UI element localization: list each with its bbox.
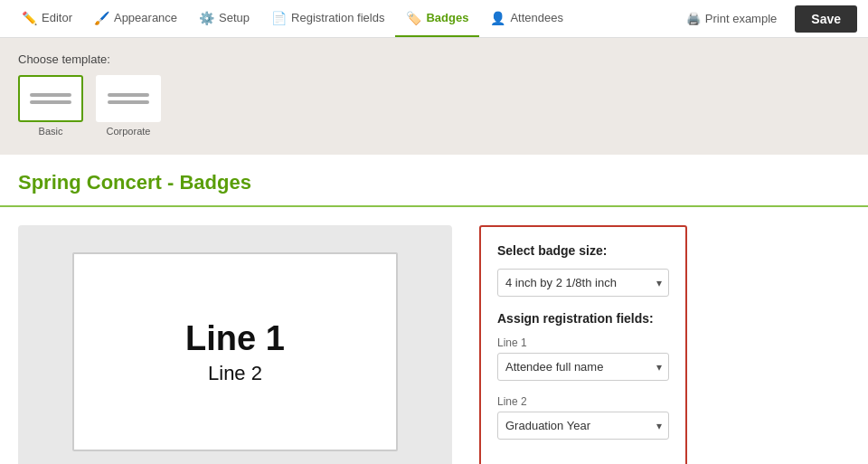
template-wrapper-basic: Basic (18, 75, 83, 137)
template-card-basic[interactable] (18, 75, 83, 122)
nav-item-attendees[interactable]: 👤 Attendees (479, 0, 574, 37)
badge-size-select[interactable]: 4 inch by 2 1/8th inch 3 inch by 2 inch … (497, 269, 669, 297)
appearance-icon: 🖌️ (94, 11, 109, 25)
template-wrapper-corporate: Corporate (96, 75, 161, 137)
page-title-area: Spring Concert - Badges (0, 155, 868, 207)
nav-item-badges[interactable]: 🏷️ Badges (395, 0, 479, 37)
template-name-corporate: Corporate (107, 126, 151, 137)
page-title: Spring Concert - Badges (18, 171, 850, 194)
template-label: Choose template: (18, 52, 850, 66)
badge-line1: Line 1 (185, 319, 285, 358)
template-area: Choose template: Basic Corporate (0, 38, 868, 155)
template-line-icon-4 (108, 100, 149, 104)
right-panel: Select badge size: 4 inch by 2 1/8th inc… (479, 225, 687, 464)
badge-size-wrapper: 4 inch by 2 1/8th inch 3 inch by 2 inch … (497, 269, 669, 297)
nav-item-registration-fields[interactable]: 📄 Registration fields (260, 0, 395, 37)
badge-line2: Line 2 (208, 362, 262, 385)
editor-icon: ✏️ (22, 11, 37, 25)
attendees-icon: 👤 (490, 11, 505, 25)
template-card-corporate[interactable] (96, 75, 161, 122)
badge-preview-container: Line 1 Line 2 (18, 225, 452, 464)
save-button[interactable]: Save (795, 5, 857, 33)
printer-icon: 🖨️ (686, 12, 701, 25)
nav-right-actions: 🖨️ Print example Save (677, 5, 857, 33)
line2-select-wrapper: Graduation Year First name Last name Ema… (497, 412, 669, 440)
line2-select[interactable]: Graduation Year First name Last name Ema… (497, 412, 669, 440)
print-example-button[interactable]: 🖨️ Print example (677, 6, 786, 31)
template-line-icon-1 (30, 93, 71, 97)
badge-card: Line 1 Line 2 (72, 252, 398, 451)
line1-select-wrapper: Attendee full name First name Last name … (497, 353, 669, 381)
nav-item-appearance[interactable]: 🖌️ Appearance (83, 0, 188, 37)
template-options: Basic Corporate (18, 75, 850, 137)
setup-icon: ⚙️ (199, 11, 214, 25)
line1-field-label: Line 1 (497, 336, 669, 349)
template-name-basic: Basic (39, 126, 63, 137)
template-line-icon-2 (30, 100, 71, 104)
line1-select[interactable]: Attendee full name First name Last name … (497, 353, 669, 381)
template-line-icon-3 (108, 93, 149, 97)
size-section-title: Select badge size: (497, 243, 669, 258)
top-nav: ✏️ Editor 🖌️ Appearance ⚙️ Setup 📄 Regis… (0, 0, 868, 38)
line2-field-label: Line 2 (497, 395, 669, 408)
main-content: Line 1 Line 2 Select badge size: 4 inch … (0, 207, 868, 464)
nav-item-setup[interactable]: ⚙️ Setup (188, 0, 260, 37)
registration-fields-icon: 📄 (271, 11, 287, 25)
assign-section-title: Assign registration fields: (497, 311, 669, 326)
nav-item-editor[interactable]: ✏️ Editor (11, 0, 83, 37)
badges-icon: 🏷️ (406, 11, 421, 25)
